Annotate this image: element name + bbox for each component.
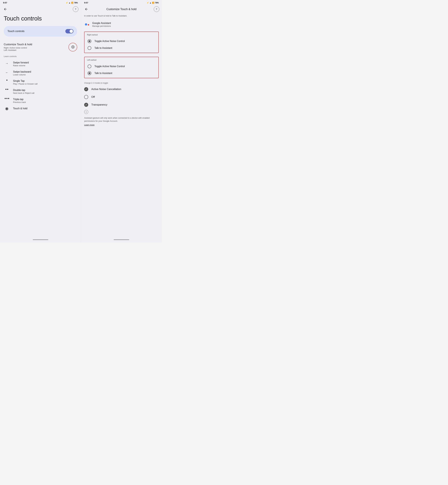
arrow-back-icon: ← xyxy=(4,71,10,74)
right-assistant-label: Talk to Assistant xyxy=(94,47,112,49)
bluetooth-icon: ⚡ xyxy=(66,2,68,4)
triple-tap-icon xyxy=(4,98,10,99)
gesture-text-hold: Touch & hold xyxy=(13,107,27,110)
gesture-title-forward: Swipe forward xyxy=(13,61,29,64)
ga-subtitle: Manage permissions xyxy=(92,25,111,27)
anc-label: Active Noise Cancellation xyxy=(91,88,121,91)
gesture-title-double: Double-tap xyxy=(13,89,34,91)
learn-controls-label: Learn controls xyxy=(0,55,81,59)
battery-icon: 78% xyxy=(74,2,78,4)
back-button-right[interactable] xyxy=(84,6,89,12)
gesture-subtitle-triple: Previous track xyxy=(13,101,26,103)
gesture-title-backward: Swipe backward xyxy=(13,70,31,73)
right-anc-label: Toggle Active Noise Control xyxy=(94,40,125,43)
right-earbud-label: Right earbud xyxy=(87,34,156,36)
double-tap-icon xyxy=(4,89,10,90)
right-subtitle: in order to use Touch & hold to Talk to … xyxy=(81,14,162,20)
status-bar-right: 9:57 ⚡ ▲ 📶 78% xyxy=(81,0,162,5)
transparency-label: Transparency xyxy=(91,103,107,106)
left-assistant-option[interactable]: Talk to Assistant xyxy=(87,70,156,77)
google-assistant-icon xyxy=(84,22,90,27)
gesture-text-forward: Swipe forward Raise volume xyxy=(13,61,29,67)
status-icons-left: ⚡ ▲ 📶 78% xyxy=(66,2,78,4)
google-assistant-text: Google Assistant Manage permissions xyxy=(92,22,111,27)
left-earbud-section: Left earbud Toggle Active Noise Control … xyxy=(84,57,159,78)
gesture-text-triple: Triple-tap Previous track xyxy=(13,98,26,103)
right-anc-radio[interactable] xyxy=(88,39,91,43)
touch-controls-card[interactable]: Touch controls xyxy=(4,26,77,37)
scrollbar-right[interactable] xyxy=(114,239,129,240)
time-right: 9:57 xyxy=(84,1,88,4)
signal-icon: 📶 xyxy=(71,2,73,4)
gesture-touch-hold: Touch & hold xyxy=(0,105,81,112)
gesture-subtitle-backward: Lower volume xyxy=(13,74,31,76)
bluetooth-icon-r: ⚡ xyxy=(147,2,149,4)
info-icon: i xyxy=(84,110,88,114)
gesture-triple-tap: Triple-tap Previous track xyxy=(0,96,81,105)
right-anc-option[interactable]: Toggle Active Noise Control xyxy=(87,38,156,45)
page-title-left: Touch controls xyxy=(0,14,81,26)
off-mode-item[interactable]: Off xyxy=(81,93,162,101)
off-label: Off xyxy=(91,95,95,99)
gesture-subtitle-single: Play / Pause or Answer call xyxy=(13,83,38,85)
left-anc-radio[interactable] xyxy=(88,65,91,68)
left-assistant-label: Talk to Assistant xyxy=(94,72,112,75)
wifi-icon-r: ▲ xyxy=(150,2,152,4)
touch-hold-icon xyxy=(4,107,10,111)
learn-more-link[interactable]: Learn more xyxy=(81,123,162,129)
gesture-title-single: Single Tap xyxy=(13,80,38,82)
gesture-subtitle-forward: Raise volume xyxy=(13,64,29,67)
gesture-text-backward: Swipe backward Lower volume xyxy=(13,70,31,76)
help-button-right[interactable]: ? xyxy=(154,6,159,12)
right-assistant-radio[interactable] xyxy=(88,46,91,50)
transparency-checkbox[interactable] xyxy=(84,103,88,107)
status-icons-right: ⚡ ▲ 📶 78% xyxy=(147,2,159,4)
gesture-text-single: Single Tap Play / Pause or Answer call xyxy=(13,80,38,85)
gesture-swipe-backward: ← Swipe backward Lower volume xyxy=(0,69,81,78)
left-panel: 9:57 ⚡ ▲ 📶 78% ? Touch controls Touch co… xyxy=(0,0,81,243)
info-section: i xyxy=(81,109,162,115)
gear-icon: ⚙ xyxy=(71,44,75,49)
status-bar-left: 9:57 ⚡ ▲ 📶 78% xyxy=(0,0,81,5)
left-anc-option[interactable]: Toggle Active Noise Control xyxy=(87,63,156,70)
customize-title: Customize Touch & hold xyxy=(4,43,32,46)
time-left: 9:57 xyxy=(3,1,7,4)
gesture-double-tap: Double-tap Next track or Reject call xyxy=(0,87,81,96)
customize-left: Left: Assistant xyxy=(4,49,32,51)
arrow-forward-icon: → xyxy=(4,62,10,65)
left-earbud-label: Left earbud xyxy=(87,59,156,61)
customize-right: Right: Active noise control xyxy=(4,47,32,49)
scrollbar-left[interactable] xyxy=(33,239,48,240)
right-earbud-section: Right earbud Toggle Active Noise Control… xyxy=(84,32,159,53)
gesture-title-hold: Touch & hold xyxy=(13,107,27,110)
top-bar-left: ? xyxy=(0,5,81,14)
google-assistant-row[interactable]: Google Assistant Manage permissions xyxy=(81,20,162,30)
signal-icon-r: 📶 xyxy=(152,2,154,4)
toggle-label: Touch controls xyxy=(8,30,24,33)
top-bar-right: Customize Touch & hold ? xyxy=(81,5,162,14)
customize-row[interactable]: Customize Touch & hold Right: Active noi… xyxy=(0,41,81,55)
customize-text: Customize Touch & hold Right: Active noi… xyxy=(4,43,32,51)
change-modes-label: Change 2–3 modes to toggle xyxy=(81,81,162,85)
anc-checkbox[interactable] xyxy=(84,87,88,91)
gesture-subtitle-double: Next track or Reject call xyxy=(13,92,34,94)
ga-title: Google Assistant xyxy=(92,22,111,25)
gesture-title-triple: Triple-tap xyxy=(13,98,26,101)
left-assistant-radio[interactable] xyxy=(88,71,91,75)
right-panel: 9:57 ⚡ ▲ 📶 78% Customize Touch & hold ? … xyxy=(81,0,162,243)
off-checkbox[interactable] xyxy=(84,95,88,99)
single-tap-icon xyxy=(4,80,10,81)
touch-controls-toggle[interactable] xyxy=(65,29,73,33)
anc-mode-item[interactable]: Active Noise Cancellation xyxy=(81,85,162,93)
right-assistant-option[interactable]: Talk to Assistant xyxy=(87,45,156,51)
wifi-icon: ▲ xyxy=(69,2,71,4)
gesture-single-tap: Single Tap Play / Pause or Answer call xyxy=(0,78,81,87)
back-button-left[interactable] xyxy=(2,6,8,12)
help-button-left[interactable]: ? xyxy=(73,6,78,12)
gesture-swipe-forward: → Swipe forward Raise volume xyxy=(0,59,81,69)
gear-button[interactable]: ⚙ xyxy=(68,43,77,51)
battery-icon-r: 78% xyxy=(155,2,159,4)
gesture-text-double: Double-tap Next track or Reject call xyxy=(13,89,34,94)
transparency-mode-item[interactable]: Transparency xyxy=(81,101,162,109)
right-panel-title: Customize Touch & hold xyxy=(89,8,154,11)
